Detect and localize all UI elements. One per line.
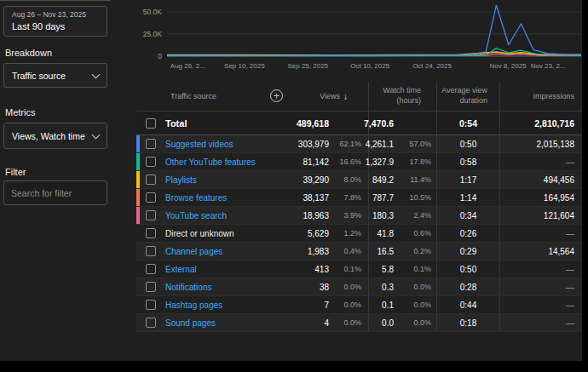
views-pct: 0.0% bbox=[332, 296, 368, 313]
x-axis-tick: Aug 26, 2... bbox=[170, 62, 205, 70]
traffic-source-label[interactable]: Browse features bbox=[165, 193, 227, 203]
total-label-cell: Total bbox=[164, 112, 285, 134]
date-range-preset: Last 90 days bbox=[12, 21, 99, 31]
row-checkbox[interactable] bbox=[146, 300, 156, 310]
cutoff-dropdown-remnant bbox=[0, 0, 111, 1]
views-pct: 7.8% bbox=[332, 189, 368, 206]
traffic-source-label[interactable]: Suggested videos bbox=[165, 140, 233, 149]
watch-value: 0.0 bbox=[368, 314, 407, 331]
x-axis-tick: Oct 10, 2025 bbox=[350, 62, 389, 70]
bottom-black-bar bbox=[0, 361, 588, 372]
metrics-dropdown[interactable]: Views, Watch time (ho... bbox=[3, 123, 107, 149]
watch-value: 180.3 bbox=[368, 207, 407, 224]
header-impressions[interactable]: Impressions bbox=[499, 82, 583, 111]
row-checkbox-cell bbox=[140, 135, 164, 152]
traffic-source-label[interactable]: Notifications bbox=[165, 283, 211, 292]
breakdown-dropdown[interactable]: Traffic source bbox=[3, 63, 107, 88]
traffic-source-cell: Other YouTube features bbox=[164, 153, 285, 170]
x-axis-tick: Sep 10, 2025 bbox=[224, 62, 265, 70]
views-value: 4 bbox=[285, 314, 332, 331]
views-pct: 62.1% bbox=[332, 135, 368, 152]
watch-pct: 57.0% bbox=[407, 135, 436, 152]
views-value: 7 bbox=[285, 296, 332, 313]
row-checkbox[interactable] bbox=[146, 228, 156, 238]
views-pct: 16.6% bbox=[332, 153, 368, 170]
views-value: 303,979 bbox=[285, 135, 332, 152]
x-axis-tick: Oct 24, 2025 bbox=[412, 62, 452, 70]
views-value: 1,983 bbox=[285, 243, 332, 260]
traffic-source-label[interactable]: Playlists bbox=[165, 175, 197, 185]
chevron-down-icon bbox=[92, 70, 101, 78]
traffic-source-label[interactable]: External bbox=[165, 265, 197, 274]
sort-descending-icon: ↓ bbox=[343, 92, 348, 101]
impressions-value: — bbox=[499, 314, 583, 331]
watch-value: 1,327.9 bbox=[368, 153, 407, 170]
header-average-view-duration[interactable]: Average view duration bbox=[436, 82, 499, 111]
table-row[interactable]: YouTube search 18,963 3.9% 180.3 2.4% 0:… bbox=[136, 207, 583, 225]
watch-pct: 0.6% bbox=[407, 225, 436, 242]
views-value: 38,137 bbox=[285, 189, 332, 206]
watch-pct: 0.2% bbox=[407, 243, 436, 260]
row-checkbox-cell bbox=[140, 207, 164, 224]
row-checkbox[interactable] bbox=[146, 139, 156, 149]
table-row[interactable]: Direct or unknown 5,629 1.2% 41.8 0.6% 0… bbox=[136, 225, 583, 243]
table-row[interactable]: Channel pages 1,983 0.4% 16.5 0.2% 0:29 … bbox=[136, 243, 583, 260]
watch-value: 5.8 bbox=[368, 260, 407, 278]
table-row[interactable]: Sound pages 4 0.0% 0.0 0.0% 0:18 — bbox=[136, 314, 583, 332]
views-value: 413 bbox=[285, 260, 332, 278]
watch-value: 0.1 bbox=[368, 296, 407, 313]
avg-duration-value: 0:29 bbox=[436, 243, 499, 260]
header-views[interactable]: Views ↓ bbox=[285, 82, 368, 111]
watch-pct: 0.1% bbox=[407, 260, 436, 278]
row-checkbox[interactable] bbox=[146, 192, 156, 203]
header-checkbox-cell bbox=[140, 82, 164, 111]
right-black-bar bbox=[582, 0, 588, 372]
header-traffic-source[interactable]: Traffic source bbox=[164, 82, 285, 111]
plus-icon: + bbox=[274, 90, 280, 102]
avg-duration-value: 0:28 bbox=[436, 278, 499, 295]
avg-duration-value: 0:58 bbox=[436, 153, 499, 170]
traffic-source-label[interactable]: Hashtag pages bbox=[165, 300, 222, 310]
row-checkbox[interactable] bbox=[146, 264, 156, 274]
table-row[interactable]: Browse features 38,137 7.8% 787.7 10.5% … bbox=[136, 189, 583, 207]
row-checkbox[interactable] bbox=[146, 318, 156, 328]
table-row[interactable]: Suggested videos 303,979 62.1% 4,261.1 5… bbox=[136, 135, 583, 153]
row-checkbox[interactable] bbox=[146, 157, 156, 167]
filter-input[interactable] bbox=[3, 180, 107, 205]
youtube-studio-analytics-screen: Aug 26 – Nov 23, 2025 Last 90 days Break… bbox=[0, 0, 588, 372]
watch-pct: 0.0% bbox=[407, 314, 436, 331]
row-checkbox[interactable] bbox=[146, 246, 156, 256]
traffic-source-label[interactable]: Channel pages bbox=[165, 247, 222, 256]
x-axis-tick: Nov 23, 2... bbox=[531, 62, 566, 70]
row-checkbox[interactable] bbox=[146, 282, 156, 292]
table-row[interactable]: Hashtag pages 7 0.0% 0.1 0.0% 0:44 — bbox=[136, 296, 583, 314]
watch-pct: 10.5% bbox=[407, 189, 436, 206]
row-checkbox[interactable] bbox=[146, 210, 156, 220]
total-row-checkbox[interactable] bbox=[146, 118, 156, 129]
row-checkbox-cell bbox=[140, 153, 164, 170]
header-watch-time[interactable]: Watch time (hours) bbox=[368, 82, 436, 111]
table-row[interactable]: Notifications 38 0.0% 0.3 0.0% 0:28 — bbox=[136, 278, 583, 296]
table-row[interactable]: Other YouTube features 81,142 16.6% 1,32… bbox=[136, 153, 583, 171]
watch-value: 16.5 bbox=[368, 243, 407, 260]
add-metric-button[interactable]: + bbox=[270, 89, 283, 102]
traffic-source-label[interactable]: Sound pages bbox=[165, 318, 216, 328]
row-checkbox[interactable] bbox=[146, 175, 156, 185]
table-row[interactable]: External 413 0.1% 5.8 0.1% 0:50 — bbox=[136, 260, 583, 278]
views-value: 5,629 bbox=[285, 225, 332, 242]
date-range-selector[interactable]: Aug 26 – Nov 23, 2025 Last 90 days bbox=[3, 6, 107, 37]
avg-duration-value: 0:44 bbox=[436, 296, 499, 313]
traffic-source-label[interactable]: Other YouTube features bbox=[165, 157, 256, 167]
impressions-value: 121,604 bbox=[499, 207, 583, 224]
views-value: 38 bbox=[285, 278, 332, 295]
row-checkbox-cell bbox=[140, 296, 164, 313]
traffic-source-label[interactable]: YouTube search bbox=[165, 211, 227, 220]
impressions-value: — bbox=[499, 278, 583, 295]
total-row[interactable]: Total 489,618 7,470.6 0:54 2,810,716 bbox=[136, 112, 583, 135]
views-pct: 0.4% bbox=[332, 243, 368, 260]
avg-duration-value: 0:26 bbox=[436, 225, 499, 242]
table-row[interactable]: Playlists 39,290 8.0% 849.2 11.4% 1:17 4… bbox=[136, 171, 583, 189]
watch-value: 849.2 bbox=[368, 171, 407, 188]
views-value: 489,618 bbox=[285, 112, 332, 134]
chart-plot[interactable] bbox=[167, 2, 581, 61]
